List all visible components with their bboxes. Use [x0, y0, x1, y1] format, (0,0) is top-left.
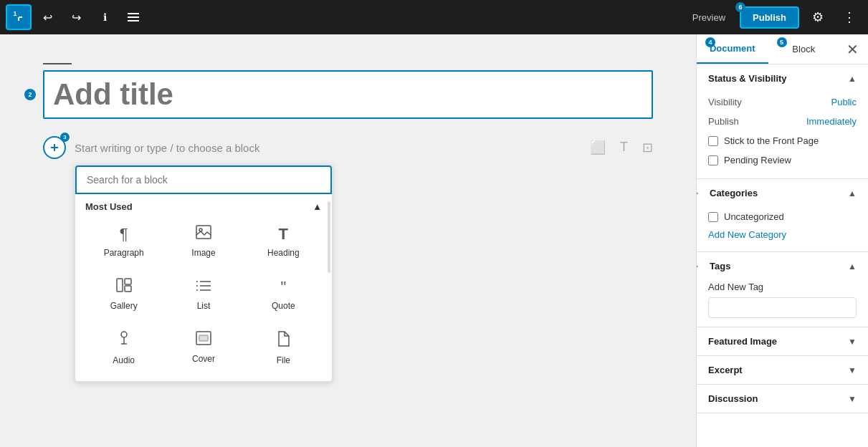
title-input[interactable]: [43, 70, 653, 119]
audio-icon: [118, 331, 130, 351]
settings-button[interactable]: ⚙: [805, 4, 831, 30]
section-featured-image-header[interactable]: Featured Image ▼: [697, 327, 868, 355]
image-icon: [196, 225, 211, 244]
badge-5: 5: [777, 37, 787, 47]
menu-button[interactable]: [120, 4, 146, 30]
status-chevron-icon: ▲: [848, 74, 857, 84]
excerpt-chevron-icon: ▼: [848, 365, 857, 375]
visibility-row: Visibility Public: [708, 92, 857, 112]
file-icon: [277, 331, 290, 351]
audio-label: Audio: [113, 355, 135, 365]
sidebar-tabs: Document 4 Block 5 ✕: [697, 34, 868, 64]
gallery-label: Gallery: [110, 301, 138, 311]
tags-body: Add New Tag: [697, 280, 868, 327]
uncategorized-label: Uncategorized: [724, 211, 784, 222]
add-block-inline-wrapper: 3: [43, 136, 66, 159]
preview-button[interactable]: Preview: [684, 8, 734, 27]
content-row: 3 Start writing or type / to choose a bl…: [43, 136, 653, 159]
categories-header-row: Categories ▲: [697, 179, 868, 207]
uncategorized-checkbox[interactable]: [708, 212, 718, 222]
tag-input[interactable]: [708, 297, 857, 318]
image-label: Image: [191, 248, 215, 258]
paragraph-icon: ¶: [120, 225, 128, 244]
cover-icon: [196, 331, 211, 350]
svg-point-18: [121, 332, 127, 337]
block-item-cover[interactable]: Cover: [165, 322, 242, 374]
svg-rect-22: [199, 335, 208, 341]
add-block-toolbar-wrapper: 1: [6, 4, 32, 30]
block-panel: Most Used ▲ ¶ Paragraph Imag: [75, 165, 333, 382]
section-excerpt: Excerpt ▼: [697, 356, 868, 385]
most-used-label: Most Used: [85, 201, 133, 212]
block-grid: ¶ Paragraph Image T Heading: [75, 216, 332, 381]
main-layout: 2 3 Start writing or type / to choose a …: [0, 34, 868, 447]
visibility-value[interactable]: Public: [831, 97, 857, 107]
gallery-icon: [116, 278, 132, 297]
block-item-audio[interactable]: Audio: [85, 322, 162, 374]
section-tags: Tags ▲ Add New Tag: [697, 252, 868, 327]
image-block-icon: ⬜: [590, 140, 606, 155]
add-new-tag-label: Add New Tag: [708, 282, 763, 292]
section-excerpt-header[interactable]: Excerpt ▼: [697, 356, 868, 384]
svg-rect-2: [128, 13, 139, 14]
svg-rect-7: [196, 226, 211, 239]
heading-icon: T: [279, 225, 288, 244]
file-label: File: [277, 355, 290, 365]
close-sidebar-button[interactable]: ✕: [839, 37, 865, 62]
publish-value[interactable]: Immediately: [806, 116, 857, 127]
undo-button[interactable]: ↩: [34, 4, 60, 30]
sidebar: Document 4 Block 5 ✕ Status & Visibility…: [696, 34, 868, 447]
svg-rect-10: [125, 279, 131, 284]
section-categories-header[interactable]: Categories ▲: [698, 179, 868, 207]
svg-rect-9: [117, 279, 123, 292]
pending-review-checkbox[interactable]: [708, 155, 718, 165]
block-item-quote[interactable]: " Quote: [245, 269, 322, 319]
block-item-heading[interactable]: T Heading: [245, 216, 322, 266]
redo-button[interactable]: ↪: [63, 4, 89, 30]
badge-3: 3: [60, 133, 70, 142]
pending-review-row: Pending Review: [708, 150, 857, 170]
block-item-gallery[interactable]: Gallery: [85, 269, 162, 319]
featured-image-title: Featured Image: [708, 336, 777, 347]
text-block-icon: T: [620, 140, 628, 155]
info-button[interactable]: ℹ: [92, 4, 118, 30]
publish-row: Publish Immediately: [708, 112, 857, 131]
toolbar-right: Preview Publish 6 ⚙ ⋮: [684, 4, 862, 30]
status-visibility-title: Status & Visibility: [708, 73, 787, 84]
status-visibility-body: Visibility Public Publish Immediately St…: [697, 92, 868, 178]
add-new-category-link[interactable]: Add New Category: [708, 226, 857, 243]
discussion-title: Discussion: [708, 393, 758, 404]
section-tags-header[interactable]: Tags ▲: [698, 252, 868, 280]
badge-6: 6: [735, 2, 745, 12]
editor-area: 2 3 Start writing or type / to choose a …: [0, 34, 696, 447]
block-search-input[interactable]: [75, 165, 332, 194]
svg-rect-4: [128, 20, 139, 21]
badge-2: 2: [24, 89, 36, 100]
collapse-icon[interactable]: ▲: [313, 201, 322, 212]
block-item-file[interactable]: File: [245, 322, 322, 374]
categories-chevron-icon: ▲: [848, 188, 857, 198]
heading-label: Heading: [267, 248, 300, 258]
add-block-toolbar-button[interactable]: [6, 4, 32, 30]
svg-rect-11: [125, 286, 131, 292]
discussion-chevron-icon: ▼: [848, 394, 857, 404]
section-featured-image: Featured Image ▼: [697, 327, 868, 356]
publish-button[interactable]: Publish: [740, 6, 799, 29]
stick-front-checkbox[interactable]: [708, 136, 718, 146]
categories-title: Categories: [710, 188, 758, 198]
section-categories: Categories ▲ Uncategorized Add New Categ…: [697, 179, 868, 252]
section-status-visibility: Status & Visibility ▲ Visibility Public …: [697, 64, 868, 179]
section-status-header[interactable]: Status & Visibility ▲: [697, 64, 868, 92]
categories-body: Uncategorized Add New Category: [697, 207, 868, 251]
title-wrapper: 2: [43, 63, 653, 119]
stick-front-row: Stick to the Front Page: [708, 131, 857, 150]
quote-icon: ": [280, 278, 286, 297]
section-discussion-header[interactable]: Discussion ▼: [697, 385, 868, 413]
block-item-paragraph[interactable]: ¶ Paragraph: [85, 216, 162, 266]
block-item-image[interactable]: Image: [165, 216, 242, 266]
block-item-list[interactable]: List: [165, 269, 242, 319]
more-options-button[interactable]: ⋮: [836, 4, 862, 30]
tags-header-row: Tags ▲: [697, 252, 868, 280]
paragraph-label: Paragraph: [104, 248, 144, 258]
block-section-header: Most Used ▲: [75, 194, 332, 216]
